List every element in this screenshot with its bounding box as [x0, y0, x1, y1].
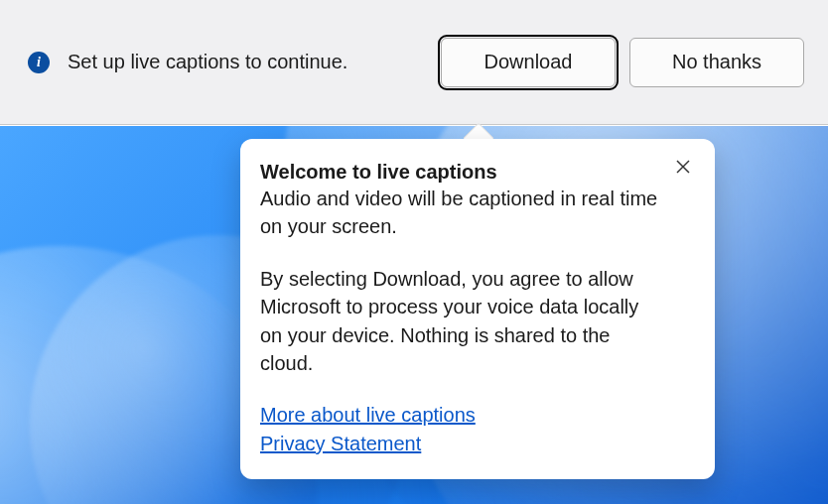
more-about-link[interactable]: More about live captions	[260, 401, 476, 429]
setup-message: Set up live captions to continue.	[68, 51, 423, 73]
tooltip-links: More about live captions Privacy Stateme…	[260, 401, 662, 457]
privacy-statement-link[interactable]: Privacy Statement	[260, 430, 421, 457]
info-glyph: i	[37, 55, 41, 70]
tooltip-content: Welcome to live captions Audio and video…	[260, 159, 690, 457]
close-button[interactable]	[669, 153, 697, 181]
tooltip-description-1: Audio and video will be captioned in rea…	[260, 185, 662, 241]
welcome-tooltip: Welcome to live captions Audio and video…	[240, 139, 715, 479]
live-captions-setup-bar: i Set up live captions to continue. Down…	[0, 0, 828, 125]
info-icon: i	[28, 52, 50, 73]
tooltip-description-2: By selecting Download, you agree to allo…	[260, 265, 662, 378]
tooltip-title: Welcome to live captions	[260, 159, 662, 185]
setup-buttons: Download No thanks	[441, 38, 804, 87]
close-icon	[675, 159, 691, 175]
download-button[interactable]: Download	[441, 38, 616, 87]
no-thanks-button[interactable]: No thanks	[629, 38, 804, 87]
